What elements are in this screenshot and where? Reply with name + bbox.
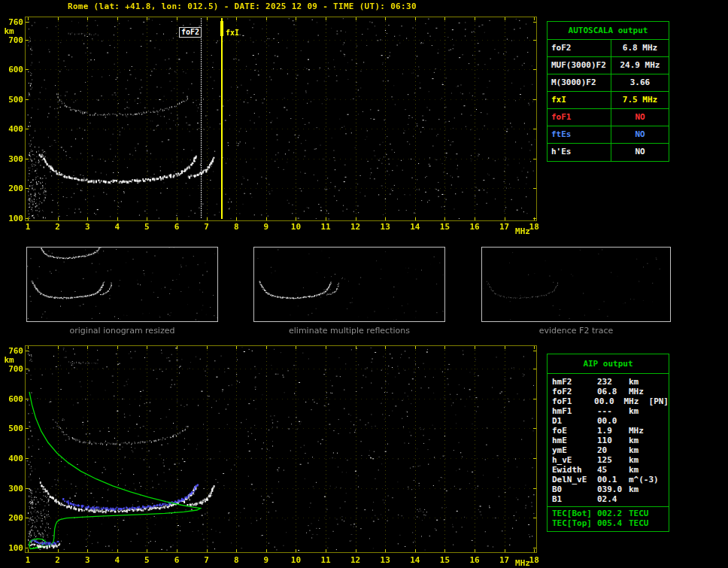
x-tick-label: 13 [381, 555, 390, 565]
table-row-hes: h'Es NO [548, 144, 669, 161]
x-tick-label: 2 [55, 555, 60, 565]
thumbnail-original-ionogram [26, 247, 218, 322]
param-value: 7.5 MHz [611, 92, 669, 108]
table-row-m3000f2: M(3000)F2 3.66 [548, 74, 669, 92]
aip-row-b0: B0039.0km [548, 484, 669, 494]
aip-row-ewidth: Ewidth45km [548, 465, 669, 475]
aip-row-b1: B102.4 [548, 494, 669, 504]
x-tick-label: 17 [499, 222, 509, 232]
x-tick-label: 1 [26, 222, 31, 232]
x-tick-label: 15 [440, 222, 450, 232]
x-tick-label: 12 [350, 222, 360, 232]
aip-output-header: AIP output [548, 354, 669, 374]
x-tick-label: 17 [499, 555, 509, 565]
x-tick-label: 9 [263, 555, 268, 565]
fof2-marker-label: foF2 [179, 27, 202, 38]
aip-row-fof1: foF100.0MHz [PN] [548, 396, 669, 406]
aip-row-delnve: DelN_vE00.1m^(-3) [548, 475, 669, 484]
param-value: 6.8 MHz [611, 40, 669, 56]
x-tick-label: 6 [174, 555, 180, 565]
param-label: foF1 [548, 109, 611, 126]
thumbnail-f2-evidence [481, 247, 671, 322]
param-label: ftEs [548, 126, 611, 143]
table-row-muf3000f2: MUF(3000)F2 24.9 MHz [548, 57, 669, 74]
y-tick-label: 300 [8, 153, 23, 163]
param-value: NO [611, 109, 669, 126]
x-tick-label: 10 [291, 555, 301, 565]
autoscala-output-panel: AUTOSCALA output foF2 6.8 MHz MUF(3000)F… [547, 21, 669, 162]
x-tick-label: 4 [114, 555, 120, 565]
param-label: fxI [548, 92, 611, 108]
param-value: 24.9 MHz [611, 57, 669, 74]
x-tick-label: 5 [144, 222, 150, 232]
x-tick-label: 8 [234, 555, 239, 565]
y-tick-label: 400 [8, 453, 23, 463]
aip-row-tecbot: TEC[Bot]002.2TECU [548, 506, 669, 518]
x-tick-label: 18 [529, 555, 539, 565]
y-tick-label: 600 [8, 393, 23, 403]
x-tick-label: 16 [469, 555, 479, 565]
aip-row-d1: D100.0 [548, 416, 669, 426]
thumbnail-caption: original ionogram resized [26, 326, 218, 336]
autoscala-output-header: AUTOSCALA output [548, 22, 669, 40]
x-axis-unit-label: MHz [515, 558, 530, 568]
x-tick-label: 7 [204, 555, 209, 565]
x-tick-label: 7 [204, 222, 209, 232]
aip-output-panel: AIP output hmF2232km foF206.8MHz foF100.… [547, 354, 669, 532]
param-label: MUF(3000)F2 [548, 57, 611, 74]
x-tick-label: 13 [381, 222, 390, 232]
x-tick-label: 6 [174, 222, 180, 232]
param-label: h'Es [548, 144, 611, 161]
x-tick-label: 11 [320, 555, 330, 565]
x-axis-unit-label: MHz [515, 226, 530, 236]
x-tick-label: 5 [144, 555, 150, 565]
y-tick-label: 700 [8, 363, 23, 373]
param-value: NO [611, 144, 669, 161]
x-tick-label: 2 [55, 222, 60, 232]
aip-row-yme: ymE20km [548, 445, 669, 455]
x-tick-label: 18 [529, 222, 539, 232]
y-tick-label: 100 [8, 543, 23, 553]
table-row-fxi: fxI 7.5 MHz [548, 92, 669, 109]
aip-row-foe: foE1.9MHz [548, 426, 669, 436]
aip-row-hme: hmE110km [548, 436, 669, 445]
x-tick-label: 3 [85, 555, 90, 565]
aip-row-fof2: foF206.8MHz [548, 387, 669, 396]
x-tick-label: 14 [410, 222, 420, 232]
aip-row-hmf2: hmF2232km [548, 377, 669, 387]
page-title: Rome (lat: +41.8, lon: 012.5) - DATE: 20… [68, 2, 417, 11]
param-label: M(3000)F2 [548, 74, 611, 91]
thumbnail-caption: eliminate multiple reflections [253, 326, 445, 336]
y-tick-label: 200 [8, 184, 23, 193]
x-tick-label: 11 [320, 222, 330, 232]
x-tick-label: 14 [410, 555, 420, 565]
y-tick-label: 100 [8, 214, 23, 223]
param-value: 3.66 [611, 74, 669, 91]
x-tick-label: 8 [234, 222, 239, 232]
y-axis-unit-label: km [4, 26, 14, 36]
x-tick-label: 15 [440, 555, 450, 565]
x-tick-label: 1 [26, 555, 31, 565]
y-tick-label: 700 [8, 35, 23, 44]
x-tick-label: 4 [114, 222, 120, 232]
y-tick-label: 500 [8, 424, 23, 433]
table-row-fof1: foF1 NO [548, 109, 669, 126]
aip-row-hve: h_vE125km [548, 455, 669, 465]
aip-row-hmf1: hmF1---km [548, 406, 669, 416]
y-tick-label: 300 [8, 483, 23, 493]
x-tick-label: 9 [263, 222, 268, 232]
thumbnail-caption: evidence F2 trace [481, 326, 671, 336]
aip-row-tectop: TEC[Top]005.4TECU [548, 518, 669, 528]
table-row-ftes: ftEs NO [548, 126, 669, 144]
y-tick-label: 200 [8, 513, 23, 523]
y-tick-label: 600 [8, 65, 23, 74]
aip-output-body: hmF2232km foF206.8MHz foF100.0MHz [PN] h… [548, 374, 669, 528]
x-tick-label: 3 [85, 222, 90, 232]
x-tick-label: 10 [291, 222, 301, 232]
table-row-fof2: foF2 6.8 MHz [548, 40, 669, 57]
param-value: NO [611, 126, 669, 143]
fxi-marker-label: fxI [226, 29, 239, 38]
y-axis-unit-label: km [4, 355, 14, 365]
y-tick-label: 400 [8, 124, 23, 134]
x-tick-label: 16 [469, 222, 479, 232]
